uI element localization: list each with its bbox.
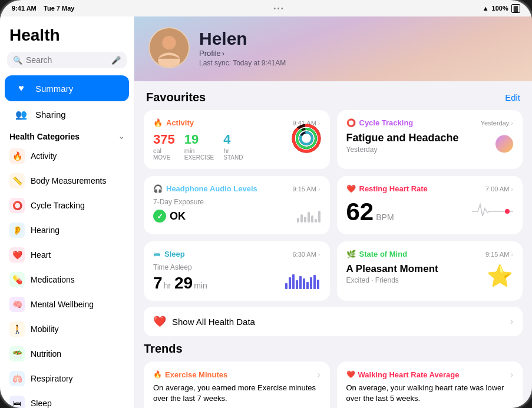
profile-link-label: Profile	[199, 49, 221, 58]
svg-rect-11	[285, 283, 288, 289]
nav-sharing[interactable]: 👥 Sharing	[5, 101, 129, 127]
heart-wave	[472, 200, 513, 223]
bar6	[315, 219, 317, 223]
heart-rate-card[interactable]: ❤️ Resting Heart Rate 7:00 AM › 62 BPM	[337, 176, 523, 234]
sleep-label: Time Asleep	[153, 263, 320, 271]
sleep-icon: 🛏	[9, 396, 25, 408]
category-mental[interactable]: 🧠 Mental Wellbeing	[5, 292, 129, 317]
category-list: 🔥 Activity 📏 Body Measurements ⭕ Cycle T…	[0, 144, 134, 408]
svg-point-3	[163, 36, 176, 49]
exercise-label: Exercise	[184, 154, 214, 161]
stand-unit: hr	[223, 147, 243, 154]
heart-card-arrow: ›	[511, 185, 513, 193]
status-bar: 9:41 AM Tue 7 May • • • ▲ 100% ▓	[0, 0, 532, 16]
category-medications-label: Medications	[31, 275, 75, 284]
profile-link[interactable]: Profile ›	[199, 49, 286, 58]
bar7	[318, 211, 320, 223]
body-icon: 📏	[9, 173, 25, 188]
heart-card-icon: ❤️	[346, 184, 356, 193]
category-nutrition-label: Nutrition	[31, 349, 61, 359]
bar3	[304, 217, 306, 223]
sleep-bars	[285, 271, 320, 289]
ok-text: OK	[170, 210, 186, 223]
category-hearing-label: Hearing	[31, 225, 60, 235]
time-display: 9:41 AM	[12, 5, 37, 12]
category-heart[interactable]: ❤️ Heart	[5, 243, 129, 267]
cycle-card-icon: ⭕	[346, 118, 356, 127]
category-sleep[interactable]: 🛏 Sleep	[5, 391, 129, 408]
nav-sharing-label: Sharing	[35, 110, 66, 120]
heart-unit: BPM	[376, 213, 394, 222]
category-nutrition[interactable]: 🥗 Nutrition	[5, 341, 129, 366]
chevron-right-icon: ›	[222, 49, 224, 58]
show-all-icon: ❤️	[153, 315, 166, 328]
svg-rect-19	[313, 275, 316, 289]
profile-header: Helen Profile › Last sync: Today at 9:41…	[134, 16, 532, 81]
headphone-card-arrow: ›	[318, 185, 320, 193]
category-hearing[interactable]: 👂 Hearing	[5, 218, 129, 243]
cycle-card-time: Yesterday	[481, 120, 510, 127]
exercise-trend-arrow: ›	[318, 370, 320, 379]
search-input[interactable]	[26, 55, 108, 65]
nutrition-icon: 🥗	[9, 346, 25, 361]
sleep-minutes: 29	[174, 274, 193, 293]
trends-grid: 🔥 Exercise Minutes › On average, you ear…	[144, 361, 523, 408]
category-mobility[interactable]: 🚶 Mobility	[5, 317, 129, 341]
cycle-event-date: Yesterday	[346, 145, 514, 154]
exercise-trend-card[interactable]: 🔥 Exercise Minutes › On average, you ear…	[144, 361, 330, 408]
category-body[interactable]: 📏 Body Measurements	[5, 168, 129, 193]
favourites-title: Favourites	[146, 91, 206, 104]
category-activity[interactable]: 🔥 Activity	[5, 144, 129, 168]
medications-icon: 💊	[9, 272, 25, 287]
svg-rect-16	[303, 278, 305, 289]
exercise-trend-desc: On average, you earned more Exercise min…	[153, 383, 320, 404]
category-body-label: Body Measurements	[31, 176, 106, 185]
categories-title: Health Categories	[9, 132, 80, 141]
state-of-mind-card[interactable]: 🌿 State of Mind 9:15 AM › A Pleasant Mom…	[337, 241, 523, 301]
favourites-header: Favourites Edit	[134, 81, 532, 110]
sleep-card[interactable]: 🛏 Sleep 6:30 AM › Time Asleep 7 hr	[144, 241, 330, 301]
profile-sync: Last sync: Today at 9:41AM	[199, 59, 286, 67]
status-indicators: ▲ 100% ▓	[483, 4, 520, 13]
sleep-hours: 7	[153, 274, 163, 293]
heart-rate-trend-card[interactable]: ❤️ Walking Heart Rate Average › On avera…	[337, 361, 523, 408]
activity-card[interactable]: 🔥 Activity 9:41 AM › 375 cal	[144, 110, 330, 169]
category-cycle-label: Cycle Tracking	[31, 201, 85, 210]
cycle-card[interactable]: ⭕ Cycle Tracking Yesterday › Fatigue and…	[337, 110, 523, 169]
category-medications[interactable]: 💊 Medications	[5, 267, 129, 292]
exercise-trend-title: Exercise Minutes	[165, 370, 227, 379]
categories-header: Health Categories ⌄	[0, 127, 134, 144]
sharing-icon: 👥	[14, 107, 28, 121]
search-bar[interactable]: 🔍 🎤	[7, 52, 127, 68]
ok-badge: ✓ OK	[153, 210, 320, 223]
respiratory-icon: 🫁	[9, 371, 25, 386]
sleep-card-time: 6:30 AM	[292, 251, 316, 258]
microphone-icon[interactable]: 🎤	[111, 56, 121, 65]
heart-rate-trend-desc: On average, your walking heart rate was …	[346, 383, 514, 404]
stand-label: Stand	[223, 154, 243, 161]
heart-cat-icon: ❤️	[9, 247, 25, 263]
show-all-row[interactable]: ❤️ Show All Health Data ›	[144, 307, 523, 336]
heart-nav-icon: ♥	[14, 81, 28, 95]
edit-button[interactable]: Edit	[505, 92, 520, 102]
activity-card-title: Activity	[166, 118, 194, 127]
svg-point-10	[505, 209, 510, 214]
category-respiratory[interactable]: 🫁 Respiratory	[5, 366, 129, 391]
camera-indicator: • • •	[274, 5, 283, 12]
move-value: 375	[153, 132, 175, 147]
profile-info: Helen Profile › Last sync: Today at 9:41…	[199, 29, 286, 67]
sleep-card-arrow: ›	[318, 251, 320, 258]
category-cycle[interactable]: ⭕ Cycle Tracking	[5, 193, 129, 218]
activity-ring	[291, 123, 322, 156]
content-area: Favourites Edit 🔥 Activity 9:41	[134, 81, 532, 408]
nav-summary[interactable]: ♥ Summary	[5, 75, 129, 101]
svg-rect-13	[292, 274, 295, 289]
svg-rect-20	[317, 280, 319, 289]
headphone-card[interactable]: 🎧 Headphone Audio Levels 9:15 AM › 7-Day…	[144, 176, 330, 234]
bar5	[311, 215, 313, 223]
sleep-hr-label: hr	[164, 281, 171, 290]
heart-rate-trend-arrow: ›	[510, 370, 513, 379]
chevron-down-icon[interactable]: ⌄	[118, 132, 124, 141]
cycle-event: Fatigue and Headache	[346, 132, 514, 144]
svg-rect-17	[306, 282, 309, 289]
